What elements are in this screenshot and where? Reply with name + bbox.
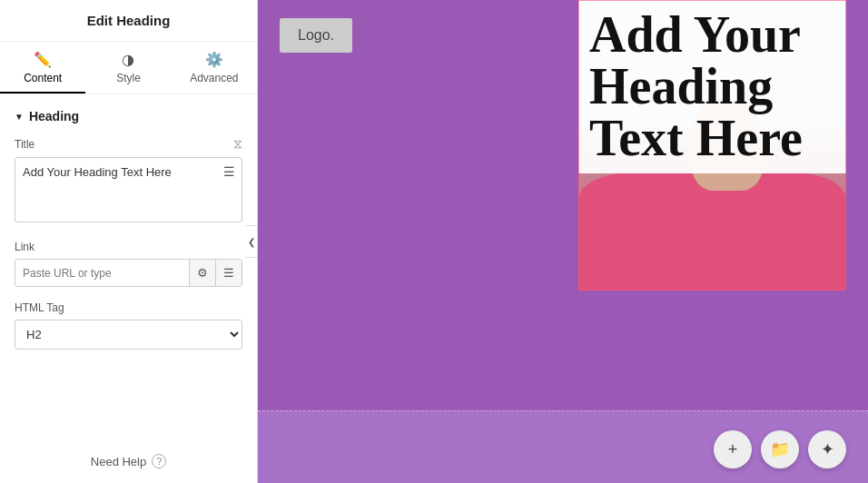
section-heading: ▼ Heading xyxy=(15,109,242,123)
html-tag-label: HTML Tag xyxy=(15,301,64,314)
html-tag-select-row: H2 H1 H3 H4 H5 H6 div span p xyxy=(15,320,242,350)
panel-content-area: ▼ Heading Title ⧖ Add Your Heading Text … xyxy=(0,94,257,439)
format-icon[interactable]: ☰ xyxy=(223,164,235,179)
style-icon: ◑ xyxy=(122,51,134,68)
collapse-panel-button[interactable]: ❮ xyxy=(245,225,258,258)
tabs-bar: ✏️ Content ◑ Style ⚙️ Advanced xyxy=(0,42,257,94)
title-textarea[interactable]: Add Your Heading Text Here xyxy=(15,157,242,222)
sparkle-button[interactable]: ✦ xyxy=(808,430,846,468)
html-tag-field-group: HTML Tag H2 H1 H3 H4 H5 H6 div span p xyxy=(15,301,242,350)
tab-style[interactable]: ◑ Style xyxy=(85,42,171,94)
help-icon[interactable]: ? xyxy=(152,454,166,468)
content-icon: ✏️ xyxy=(34,51,52,68)
footer-action-buttons: + 📁 ✦ xyxy=(714,430,846,468)
add-element-button[interactable]: + xyxy=(714,430,752,468)
link-input[interactable] xyxy=(15,261,189,286)
tab-advanced[interactable]: ⚙️ Advanced xyxy=(172,42,257,94)
panel-title: Edit Heading xyxy=(0,0,257,42)
link-label-row: Link xyxy=(15,241,242,253)
section-arrow-icon: ▼ xyxy=(15,112,24,122)
advanced-icon: ⚙️ xyxy=(205,51,223,68)
link-settings-icon[interactable]: ⚙ xyxy=(189,260,215,286)
html-tag-label-row: HTML Tag xyxy=(15,301,242,314)
tab-content[interactable]: ✏️ Content xyxy=(0,42,85,94)
canvas-footer-strip: + 📁 ✦ xyxy=(258,410,868,483)
link-label: Link xyxy=(15,241,35,253)
tab-advanced-label: Advanced xyxy=(190,72,238,84)
heading-image-block: Add YourHeadingText Here xyxy=(578,0,846,291)
html-tag-select[interactable]: H2 H1 H3 H4 H5 H6 div span p xyxy=(15,320,242,350)
sparkle-icon: ✦ xyxy=(821,439,834,459)
logo-placeholder: Logo. xyxy=(280,18,352,53)
title-label: Title xyxy=(15,138,35,151)
left-panel: Edit Heading ✏️ Content ◑ Style ⚙️ Advan… xyxy=(0,0,258,483)
title-textarea-wrap: Add Your Heading Text Here ☰ xyxy=(15,157,242,226)
link-field-group: Link ⚙ ☰ xyxy=(15,241,242,287)
canvas-area: ❮ Logo. Add YourHeadingText Here + 📁 ✦ xyxy=(258,0,868,483)
dynamic-icon[interactable]: ⧖ xyxy=(233,136,242,152)
heading-display-text[interactable]: Add YourHeadingText Here xyxy=(578,0,846,173)
need-help-row[interactable]: Need Help ? xyxy=(0,439,257,483)
need-help-label: Need Help xyxy=(91,455,146,468)
tab-content-label: Content xyxy=(24,72,62,84)
link-input-row: ⚙ ☰ xyxy=(15,259,242,287)
folder-icon: 📁 xyxy=(770,439,790,459)
folder-button[interactable]: 📁 xyxy=(761,430,799,468)
title-field-group: Title ⧖ Add Your Heading Text Here ☰ xyxy=(15,136,242,226)
section-label: Heading xyxy=(29,109,79,123)
tab-style-label: Style xyxy=(116,72,141,84)
title-label-row: Title ⧖ xyxy=(15,136,242,152)
link-list-icon[interactable]: ☰ xyxy=(215,260,242,286)
